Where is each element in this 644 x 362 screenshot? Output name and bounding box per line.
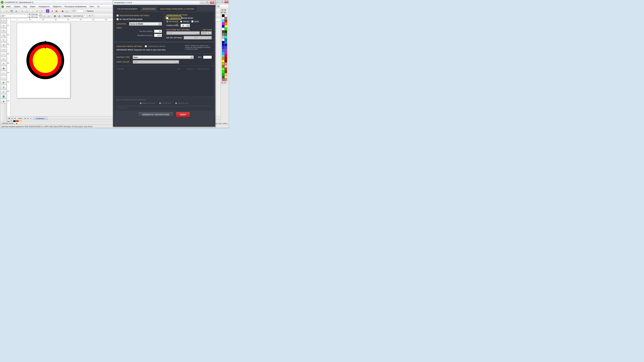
color-swatch[interactable] — [222, 20, 224, 22]
selection-handle[interactable] — [45, 47, 46, 48]
black-circle[interactable] — [26, 41, 64, 79]
color-swatch[interactable] — [224, 38, 227, 41]
raster-type-combo[interactable]: None▾ — [133, 55, 194, 59]
color-swatch[interactable] — [222, 41, 224, 44]
shirt-color-combo[interactable]: None▾ — [133, 60, 179, 64]
color-swatch[interactable] — [224, 14, 227, 17]
color-swatch[interactable] — [222, 54, 224, 57]
menu-layout[interactable]: Макет — [28, 5, 37, 8]
color-swatch[interactable] — [224, 73, 227, 76]
my-reg-mark-checkbox[interactable] — [116, 18, 118, 20]
copy-button[interactable]: 📋 — [25, 9, 28, 13]
eyedropper-tool[interactable]: 💧 — [1, 85, 6, 89]
color-swatch[interactable] — [222, 73, 224, 76]
color-swatch[interactable] — [222, 78, 224, 81]
color-swatch[interactable] — [224, 17, 227, 20]
landscape-button[interactable]: ▭ — [47, 14, 50, 17]
corel-close-button[interactable]: ✕ — [224, 0, 228, 3]
color-swatch[interactable] — [222, 76, 224, 78]
page-add-button[interactable]: ⊕ — [30, 117, 32, 120]
color-swatch[interactable] — [224, 36, 227, 38]
publish-button[interactable]: 📤 — [55, 9, 58, 13]
page-first-button[interactable]: ⏮ — [11, 117, 13, 120]
color-swatch[interactable] — [224, 54, 227, 57]
redo-button[interactable]: ↷ — [40, 9, 43, 13]
color-swatch[interactable] — [222, 22, 224, 25]
menu-view[interactable]: Вид — [22, 5, 28, 8]
ss-titlebar[interactable]: SimpleSeps V 4.0.6 — ❐ ✕ — [113, 0, 215, 5]
zoom-tool[interactable]: 🔍 — [1, 33, 6, 37]
choke-pixel-combo[interactable]: 0▾ — [180, 24, 190, 27]
color-swatch[interactable] — [222, 60, 224, 62]
rip-dpi-combo[interactable]: 1200▾ — [184, 36, 212, 39]
color-swatch[interactable] — [224, 68, 227, 70]
selection-handle[interactable] — [45, 44, 46, 45]
color-swatch[interactable] — [222, 33, 224, 36]
dotgain-combo[interactable]: NONE▾ — [201, 31, 212, 35]
palette-next[interactable]: ▶ — [221, 12, 224, 14]
reg-inches-input[interactable] — [154, 34, 162, 37]
smart-fill-tool[interactable]: ◈ — [1, 42, 6, 47]
current-page-button[interactable]: ▤ — [58, 14, 61, 17]
color-swatch[interactable] — [222, 38, 224, 41]
palette-down[interactable]: ▼ — [221, 82, 224, 84]
freehand-pick-tool[interactable]: ⊹ — [4, 19, 6, 23]
color-swatch[interactable] — [222, 17, 224, 20]
ellipse-tool[interactable]: ○ — [1, 52, 6, 56]
location-combo[interactable]: Corner & Middle▾ — [129, 22, 162, 26]
color-swatch[interactable] — [222, 49, 224, 52]
color-swatch[interactable] — [222, 30, 224, 33]
ss-close-button[interactable]: ✕ — [210, 1, 214, 4]
open-button[interactable]: 📂 — [6, 9, 9, 13]
color-swatch[interactable] — [224, 44, 227, 46]
units-combo[interactable]: миллиметры▾ — [72, 14, 86, 17]
color-swatch[interactable] — [224, 60, 227, 62]
new-button[interactable]: 📄 — [1, 9, 4, 13]
color-swatch[interactable] — [224, 57, 227, 60]
color-swatch[interactable] — [222, 52, 224, 54]
page-width-input[interactable] — [30, 13, 40, 16]
yellow-circle[interactable] — [33, 48, 58, 73]
color-swatch[interactable] — [224, 65, 227, 68]
menu-text[interactable]: Текст — [88, 5, 96, 8]
pick-tool[interactable]: ↖ — [0, 19, 3, 23]
menu-file[interactable]: Файл — [4, 5, 12, 8]
color-swatch[interactable] — [222, 68, 224, 70]
halftone-shape-combo[interactable]: Round▾ — [166, 31, 200, 35]
generate-separations-button[interactable]: GENERATE SEPARATIONS — [138, 112, 174, 117]
menu-edit[interactable]: Правка — [12, 5, 22, 8]
app-launcher-button[interactable]: ▦ — [61, 9, 64, 13]
palette-next2[interactable]: ▶ — [224, 12, 226, 14]
print-button[interactable]: 🖨 — [14, 9, 18, 13]
color-swatch[interactable] — [224, 46, 227, 49]
dpi-input[interactable] — [203, 56, 212, 59]
color-swatch[interactable] — [222, 62, 224, 65]
color-swatch[interactable] — [224, 49, 227, 52]
snap-label[interactable]: Привяза — [87, 10, 94, 12]
palette-prev2[interactable]: ◀ — [224, 9, 226, 11]
polygon-tool[interactable]: ⬠ — [1, 57, 6, 61]
color-swatch[interactable] — [222, 70, 224, 73]
paste-button[interactable]: 📄 — [29, 9, 33, 13]
page-tab-1[interactable]: Страница 1 — [34, 117, 48, 120]
selection-handle-top[interactable] — [45, 41, 46, 42]
color-swatch[interactable] — [224, 52, 227, 54]
color-swatch[interactable] — [224, 33, 227, 36]
color-swatch[interactable] — [224, 62, 227, 65]
paper-size-combo[interactable]: A4▾ — [1, 14, 28, 17]
red-circle[interactable] — [29, 44, 61, 76]
color-swatch[interactable] — [224, 25, 227, 28]
untinted-radio[interactable] — [166, 20, 168, 22]
color-swatch[interactable] — [224, 28, 227, 30]
palette-prev[interactable]: ◀ — [221, 9, 224, 11]
ss-minimize-button[interactable]: — — [200, 1, 204, 4]
page-doc-icon[interactable]: ▦ — [8, 117, 10, 120]
doc-close-button[interactable]: ✕ — [217, 5, 220, 7]
color-swatch[interactable] — [222, 28, 224, 30]
menu-bitmaps[interactable]: Растровые изображения — [63, 5, 88, 8]
welcome-button[interactable]: ▢ — [65, 9, 69, 13]
portrait-button[interactable]: ▯ — [42, 14, 46, 17]
color-swatch[interactable] — [222, 14, 224, 17]
color-swatch[interactable] — [224, 76, 227, 78]
all-pages-button[interactable]: ▦ — [53, 14, 56, 17]
